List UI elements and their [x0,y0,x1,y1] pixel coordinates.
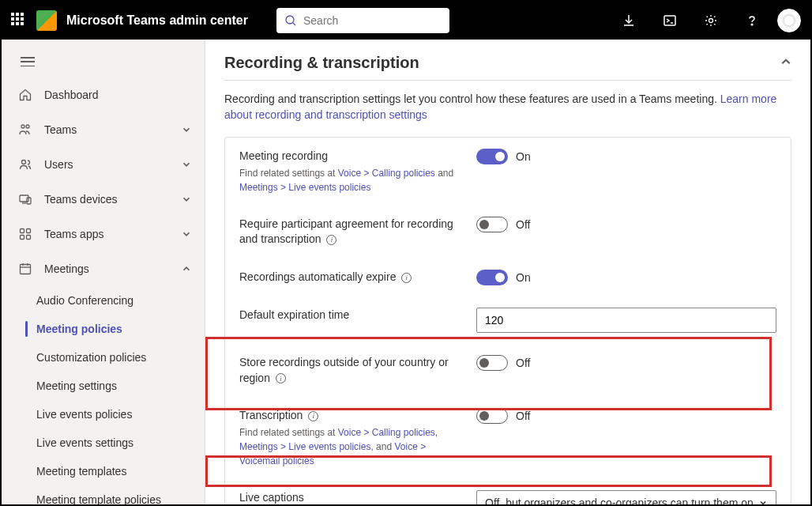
setting-auto-expire: Recordings automatically expire On [225,259,791,296]
setting-label: Store recordings outside of your country… [239,356,449,384]
info-icon[interactable] [276,373,286,383]
setting-description: Find related settings at Voice > Calling… [239,166,461,194]
nav-label: Teams [44,123,170,136]
svg-rect-16 [21,236,24,240]
nav-teams[interactable]: Teams [2,112,205,147]
sub-audio-conferencing[interactable]: Audio Conferencing [2,286,205,315]
sub-meeting-templates[interactable]: Meeting templates [2,457,205,485]
nav-users[interactable]: Users [2,147,205,182]
setting-label: Recordings automatically expire [239,270,396,283]
chevron-down-icon [181,124,192,135]
info-icon[interactable] [326,235,336,245]
chevron-down-icon [758,498,768,504]
toggle-meeting-recording[interactable] [476,149,508,164]
svg-line-1 [293,23,295,25]
related-link[interactable]: Voice > Calling policies [338,168,435,179]
chevron-down-icon [181,228,192,240]
related-link[interactable]: Meetings > Live events policies [239,182,370,193]
related-link[interactable]: Voice > Calling policies [338,427,435,438]
user-avatar[interactable] [777,9,801,32]
search-box[interactable] [276,8,449,33]
teams-icon [17,122,33,138]
search-icon [284,14,297,27]
related-link[interactable]: Meetings > Live events policies [239,441,370,452]
users-icon [17,157,33,172]
svg-rect-15 [27,229,31,233]
download-icon[interactable] [613,5,645,36]
nav-label: Users [44,158,170,171]
setting-meeting-recording: Meeting recording Find related settings … [225,138,791,206]
info-icon[interactable] [308,411,318,421]
setting-label: Meeting recording [239,149,461,164]
nav-dashboard[interactable]: Dashboard [2,77,205,112]
app-logo [36,10,57,31]
setting-default-expiration: Default expiration time [225,296,791,344]
chevron-down-icon [181,159,192,170]
main-content: Recording & transcription Recording and … [205,40,810,504]
toggle-store-outside[interactable] [476,355,508,371]
svg-point-6 [709,19,713,23]
svg-point-10 [22,160,26,164]
setting-live-captions: Live captions Find related settings at V… [225,479,791,504]
apps-icon [17,226,33,242]
sub-customization-policies[interactable]: Customization policies [2,343,205,372]
svg-point-0 [286,16,294,24]
sidebar: Dashboard Teams Users Teams devices Team… [2,40,205,504]
select-value: Off, but organizers and co-organizers ca… [485,497,754,504]
settings-icon[interactable] [695,5,727,36]
search-input[interactable] [303,14,442,27]
toggle-require-agreement[interactable] [476,217,508,232]
default-expiration-input[interactable] [476,308,776,333]
settings-card: Meeting recording Find related settings … [224,137,791,504]
nav-apps[interactable]: Teams apps [2,217,205,251]
svg-point-7 [751,24,753,25]
sub-meeting-template-policies[interactable]: Meeting template policies [2,485,205,504]
nav-label: Dashboard [44,89,192,101]
svg-point-8 [21,125,24,128]
toggle-state-label: Off [516,410,530,422]
app-launcher-icon[interactable] [11,13,27,28]
app-title: Microsoft Teams admin center [66,13,248,28]
toggle-transcription[interactable] [476,408,508,424]
setting-store-outside: Store recordings outside of your country… [225,344,791,397]
setting-transcription: Transcription Find related settings at V… [225,397,791,479]
devices-icon [17,191,33,207]
help-icon[interactable] [736,5,768,36]
console-icon[interactable] [654,5,686,36]
chevron-up-icon [181,263,192,274]
nav-devices[interactable]: Teams devices [2,182,205,217]
info-icon[interactable] [401,273,412,283]
svg-point-9 [26,125,29,128]
svg-rect-17 [27,236,31,240]
nav-label: Teams devices [44,193,170,206]
setting-label: Transcription [239,409,303,421]
setting-label: Require participant agreement for record… [239,217,453,246]
nav-label: Meetings [44,262,170,275]
collapse-section-button[interactable] [780,56,791,70]
toggle-state-label: Off [516,218,530,231]
setting-require-agreement: Require participant agreement for record… [225,206,791,259]
toggle-state-label: Off [516,357,530,369]
live-captions-select[interactable]: Off, but organizers and co-organizers ca… [476,490,776,504]
svg-rect-14 [21,229,24,233]
setting-description: Find related settings at Voice > Calling… [239,425,461,468]
setting-label: Default expiration time [239,308,349,321]
sub-meeting-policies[interactable]: Meeting policies [2,315,205,343]
chevron-down-icon [181,194,192,205]
toggle-state-label: On [516,271,531,284]
toggle-state-label: On [516,150,531,163]
toggle-auto-expire[interactable] [476,270,508,285]
nav-label: Teams apps [44,228,170,240]
svg-rect-18 [21,265,31,274]
page-description: Recording and transcription settings let… [224,81,791,137]
setting-label: Live captions [239,490,461,504]
sub-live-events-policies[interactable]: Live events policies [2,400,205,429]
nav-meetings[interactable]: Meetings [2,251,205,286]
sub-meeting-settings[interactable]: Meeting settings [2,372,205,400]
page-title: Recording & transcription [224,54,419,72]
home-icon [17,87,33,103]
calendar-icon [17,261,33,277]
sub-live-events-settings[interactable]: Live events settings [2,429,205,457]
hamburger-toggle[interactable] [2,46,205,77]
